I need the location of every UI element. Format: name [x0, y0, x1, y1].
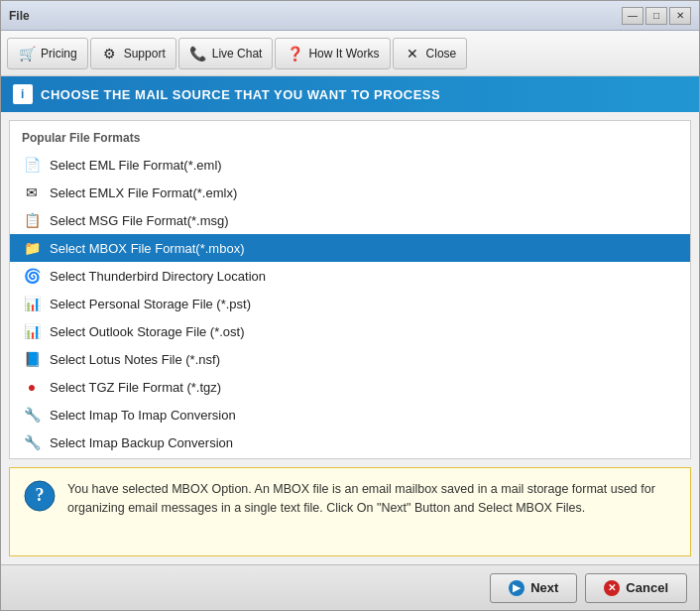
- window-controls: — □ ✕: [622, 7, 691, 25]
- pst-item[interactable]: 📊 Select Personal Storage File (*.pst): [10, 290, 690, 317]
- section-label: Popular File Formats: [10, 129, 690, 151]
- close-label: Close: [426, 47, 457, 61]
- question-icon: ❓: [286, 45, 303, 62]
- close-icon: ✕: [404, 45, 421, 62]
- close-button[interactable]: ✕ Close: [393, 38, 468, 69]
- imap-conversion-label: Select Imap To Imap Conversion: [50, 408, 678, 423]
- emlx-label: Select EMLX File Format(*.emlx): [50, 185, 678, 200]
- pricing-label: Pricing: [41, 47, 77, 61]
- header-bar: i CHOOSE THE MAIL SOURCE THAT YOU WANT T…: [1, 76, 699, 112]
- eml-label: Select EML File Format(*.eml): [50, 158, 678, 173]
- file-list-container: Popular File Formats 📄 Select EML File F…: [9, 120, 691, 459]
- nsf-label: Select Lotus Notes File (*.nsf): [50, 352, 678, 367]
- ost-label: Select Outlook Storage File (*.ost): [50, 324, 678, 339]
- cancel-button[interactable]: ✕ Cancel: [585, 573, 687, 603]
- eml-icon: 📄: [22, 156, 42, 174]
- live-chat-button[interactable]: 📞 Live Chat: [178, 38, 274, 69]
- thunderbird-item[interactable]: 🌀 Select Thunderbird Directory Location: [10, 262, 690, 290]
- info-icon: ?: [24, 480, 56, 512]
- restore-button[interactable]: □: [645, 7, 667, 25]
- support-icon: ⚙: [101, 45, 119, 62]
- main-window: File — □ ✕ 🛒 Pricing ⚙ Support 📞 Live Ch…: [0, 0, 700, 611]
- next-icon: ▶: [509, 580, 525, 596]
- header-icon: i: [13, 84, 33, 104]
- imap-conversion-item[interactable]: 🔧 Select Imap To Imap Conversion: [10, 401, 690, 428]
- live-chat-label: Live Chat: [212, 47, 263, 61]
- imap-conversion-icon: 🔧: [22, 406, 42, 424]
- footer: ▶ Next ✕ Cancel: [1, 564, 699, 610]
- info-text: You have selected MBOX Option. An MBOX f…: [67, 480, 676, 518]
- nsf-icon: 📘: [22, 350, 42, 368]
- emlx-item[interactable]: ✉ Select EMLX File Format(*.emlx): [10, 179, 690, 206]
- close-window-button[interactable]: ✕: [669, 7, 691, 25]
- tgz-label: Select TGZ File Format (*.tgz): [50, 380, 678, 395]
- toolbar: 🛒 Pricing ⚙ Support 📞 Live Chat ❓ How It…: [1, 31, 699, 76]
- how-it-works-button[interactable]: ❓ How It Works: [275, 38, 390, 69]
- phone-icon: 📞: [189, 45, 207, 62]
- msg-label: Select MSG File Format(*.msg): [50, 213, 678, 228]
- support-label: Support: [124, 47, 166, 61]
- emlx-icon: ✉: [22, 183, 42, 201]
- cancel-icon: ✕: [604, 580, 620, 596]
- header-text: CHOOSE THE MAIL SOURCE THAT YOU WANT TO …: [41, 87, 440, 102]
- svg-text:?: ?: [36, 485, 45, 505]
- msg-icon: 📋: [22, 211, 42, 229]
- imap-backup-item[interactable]: 🔧 Select Imap Backup Conversion: [10, 428, 690, 456]
- thunderbird-label: Select Thunderbird Directory Location: [50, 269, 678, 284]
- title-bar: File — □ ✕: [1, 1, 699, 31]
- imap-backup-label: Select Imap Backup Conversion: [50, 435, 678, 450]
- eml-item[interactable]: 📄 Select EML File Format(*.eml): [10, 151, 690, 179]
- next-button[interactable]: ▶ Next: [490, 573, 577, 603]
- imap-backup-icon: 🔧: [22, 433, 42, 451]
- info-box: ? You have selected MBOX Option. An MBOX…: [9, 467, 691, 556]
- window-title: File: [9, 9, 30, 23]
- support-button[interactable]: ⚙ Support: [90, 38, 176, 69]
- pst-icon: 📊: [22, 295, 42, 312]
- tgz-item[interactable]: ● Select TGZ File Format (*.tgz): [10, 373, 690, 401]
- ost-item[interactable]: 📊 Select Outlook Storage File (*.ost): [10, 317, 690, 345]
- how-it-works-label: How It Works: [308, 47, 379, 61]
- cancel-label: Cancel: [626, 580, 668, 595]
- thunderbird-icon: 🌀: [22, 267, 42, 285]
- ost-icon: 📊: [22, 322, 42, 340]
- next-label: Next: [530, 580, 558, 595]
- nsf-item[interactable]: 📘 Select Lotus Notes File (*.nsf): [10, 345, 690, 373]
- main-content: Popular File Formats 📄 Select EML File F…: [1, 112, 699, 564]
- msg-item[interactable]: 📋 Select MSG File Format(*.msg): [10, 206, 690, 234]
- pricing-icon: 🛒: [18, 45, 36, 62]
- mbox-label: Select MBOX File Format(*.mbox): [50, 241, 678, 256]
- pricing-button[interactable]: 🛒 Pricing: [7, 38, 88, 69]
- minimize-button[interactable]: —: [622, 7, 643, 25]
- mbox-item[interactable]: 📁 Select MBOX File Format(*.mbox): [10, 234, 690, 262]
- tgz-icon: ●: [22, 378, 42, 396]
- mbox-icon: 📁: [22, 239, 42, 257]
- pst-label: Select Personal Storage File (*.pst): [50, 297, 678, 311]
